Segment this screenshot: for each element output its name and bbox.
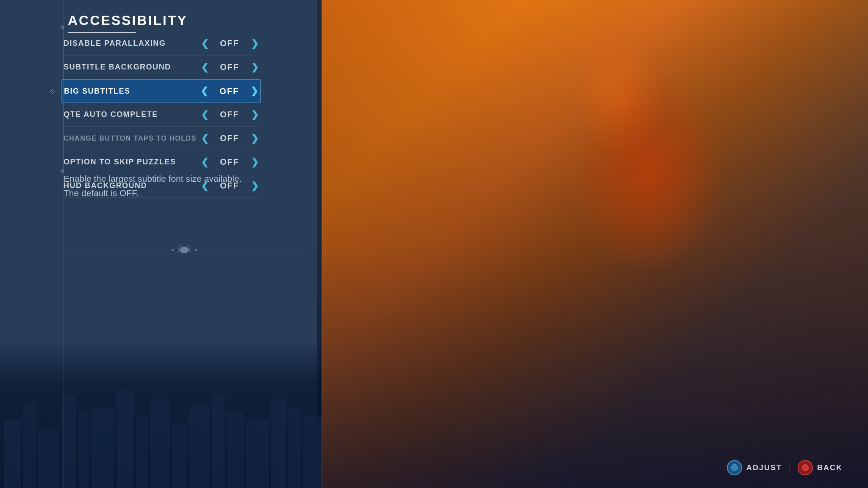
adjust-btn-inner xyxy=(731,464,738,471)
svg-point-17 xyxy=(180,247,189,253)
svg-line-21 xyxy=(189,250,191,252)
adjust-button-icon[interactable] xyxy=(727,460,742,475)
spider-logo xyxy=(176,241,193,258)
left-border-line xyxy=(63,0,64,488)
svg-rect-15 xyxy=(288,408,301,488)
svg-rect-2 xyxy=(38,429,59,488)
control-separator-mid xyxy=(790,463,790,473)
setting-controls-change-button-taps: ❮ OFF ❯ xyxy=(201,133,259,143)
arrow-right-big-subtitles[interactable]: ❯ xyxy=(250,86,258,96)
description-line1: Enable the largest subtitle font size av… xyxy=(64,172,305,186)
svg-rect-12 xyxy=(227,412,244,488)
svg-rect-3 xyxy=(61,395,76,488)
arrow-right-disable-parallaxing[interactable]: ❯ xyxy=(251,39,259,48)
arrow-left-option-to-skip-puzzles[interactable]: ❮ xyxy=(201,158,209,167)
setting-controls-disable-parallaxing: ❮ OFF ❯ xyxy=(201,39,259,48)
svg-rect-13 xyxy=(246,420,269,488)
setting-row-subtitle-background[interactable]: SUBTITLE BACKGROUND ❮ OFF ❯ xyxy=(64,55,259,79)
svg-line-18 xyxy=(178,247,180,250)
svg-rect-9 xyxy=(172,424,186,488)
setting-label-change-button-taps: CHANGE BUTTON TAPS TO HOLDS xyxy=(64,135,201,142)
setting-label-disable-parallaxing: DISABLE PARALLAXING xyxy=(64,39,201,48)
setting-value-disable-parallaxing: OFF xyxy=(217,39,242,48)
arrow-left-disable-parallaxing[interactable]: ❮ xyxy=(201,39,209,48)
page-title: ACCESSIBILITY xyxy=(68,13,254,28)
setting-label-option-to-skip-puzzles: OPTION TO SKIP PUZZLES xyxy=(64,158,201,166)
setting-label-subtitle-background: SUBTITLE BACKGROUND xyxy=(64,63,201,72)
setting-controls-subtitle-background: ❮ OFF ❯ xyxy=(201,62,259,72)
svg-rect-16 xyxy=(303,416,322,488)
setting-row-disable-parallaxing[interactable]: DISABLE PARALLAXING ❮ OFF ❯ xyxy=(64,32,259,55)
arrow-right-change-button-taps[interactable]: ❯ xyxy=(251,134,259,143)
svg-line-23 xyxy=(188,245,189,247)
setting-value-change-button-taps: OFF xyxy=(217,133,242,143)
control-separator-left xyxy=(719,463,719,473)
arrow-right-subtitle-background[interactable]: ❯ xyxy=(251,63,259,72)
control-item-back: BACK xyxy=(798,460,843,475)
divider-dot-left xyxy=(172,249,174,251)
svg-line-20 xyxy=(189,247,191,250)
setting-controls-qte-auto-complete: ❮ OFF ❯ xyxy=(201,110,259,119)
setting-label-qte-auto-complete: QTE AUTO COMPLETE xyxy=(64,110,201,119)
setting-label-big-subtitles: BIG SUBTITLES xyxy=(64,87,200,96)
setting-value-subtitle-background: OFF xyxy=(217,62,242,72)
arrow-left-qte-auto-complete[interactable]: ❮ xyxy=(201,110,209,119)
svg-line-19 xyxy=(178,250,180,252)
back-button-icon[interactable] xyxy=(798,460,813,475)
svg-rect-5 xyxy=(91,408,114,488)
svg-rect-6 xyxy=(117,391,134,488)
divider-dot-right xyxy=(195,249,197,251)
svg-rect-10 xyxy=(189,405,210,488)
arrow-left-subtitle-background[interactable]: ❮ xyxy=(201,63,209,72)
setting-controls-big-subtitles: ❮ OFF ❯ xyxy=(200,86,258,96)
setting-row-change-button-taps[interactable]: CHANGE BUTTON TAPS TO HOLDS ❮ OFF ❯ xyxy=(64,127,259,150)
spiderman-image xyxy=(317,0,868,488)
svg-rect-11 xyxy=(212,395,225,488)
setting-controls-option-to-skip-puzzles: ❮ OFF ❯ xyxy=(201,157,259,167)
selector-icon: ◇ xyxy=(50,88,55,94)
setting-row-big-subtitles[interactable]: ◇ BIG SUBTITLES ❮ OFF ❯ xyxy=(61,79,261,103)
svg-rect-1 xyxy=(23,403,36,488)
city-buildings xyxy=(0,369,322,488)
svg-rect-8 xyxy=(150,399,170,488)
adjust-label: ADJUST xyxy=(746,463,782,472)
background-right xyxy=(317,0,868,488)
back-btn-inner xyxy=(802,464,809,471)
cityscape-bg xyxy=(0,340,322,488)
divider-line-left xyxy=(64,250,170,250)
bottom-controls: ADJUST BACK xyxy=(715,460,843,475)
divider-line-right xyxy=(199,250,305,250)
back-label: BACK xyxy=(817,463,843,472)
arrow-right-qte-auto-complete[interactable]: ❯ xyxy=(251,110,259,119)
panel-right-border xyxy=(321,0,323,488)
setting-row-qte-auto-complete[interactable]: QTE AUTO COMPLETE ❮ OFF ❯ xyxy=(64,103,259,127)
svg-rect-14 xyxy=(271,399,286,488)
svg-rect-4 xyxy=(78,412,89,488)
setting-value-option-to-skip-puzzles: OFF xyxy=(217,157,242,167)
description-box: Enable the largest subtitle font size av… xyxy=(64,172,305,200)
control-item-adjust: ADJUST xyxy=(727,460,782,475)
spider-divider xyxy=(64,241,305,258)
setting-row-option-to-skip-puzzles[interactable]: OPTION TO SKIP PUZZLES ❮ OFF ❯ xyxy=(64,150,259,174)
arrow-right-option-to-skip-puzzles[interactable]: ❯ xyxy=(251,158,259,167)
svg-rect-0 xyxy=(4,420,21,488)
setting-value-big-subtitles: OFF xyxy=(217,86,242,96)
svg-line-22 xyxy=(179,245,181,247)
arrow-left-change-button-taps[interactable]: ❮ xyxy=(201,134,209,143)
svg-rect-7 xyxy=(136,416,148,488)
setting-value-qte-auto-complete: OFF xyxy=(217,110,242,119)
description-line2: The default is OFF. xyxy=(64,186,305,200)
arrow-left-big-subtitles[interactable]: ❮ xyxy=(200,86,208,96)
